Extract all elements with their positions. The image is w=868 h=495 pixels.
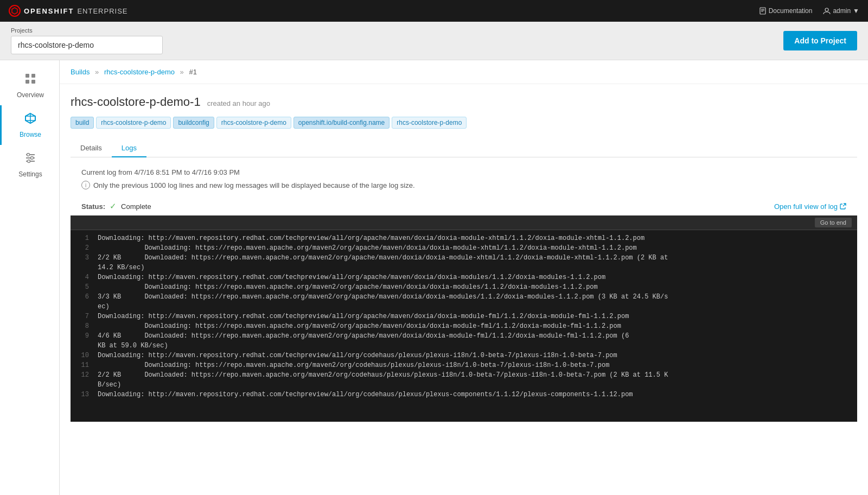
line-number: 1 (71, 233, 98, 243)
browse-icon (24, 112, 37, 128)
status-label: Status: (81, 202, 105, 211)
line-content: 3/3 KB Downloaded: https://repo.maven.ap… (98, 292, 857, 312)
tab-logs[interactable]: Logs (112, 139, 146, 157)
line-number: 12 (71, 370, 98, 390)
log-toolbar: Go to end (71, 215, 857, 230)
line-content: 4/6 KB Downloaded: https://repo.maven.ap… (98, 331, 857, 351)
tag-buildconfig-label: buildconfig (173, 117, 214, 129)
tab-details[interactable]: Details (71, 139, 112, 157)
log-line: 4Downloading: http://maven.repository.re… (71, 272, 857, 282)
user-menu[interactable]: admin ▼ (823, 7, 859, 15)
logo-enterprise-text: ENTERPRISE (77, 7, 127, 15)
project-select-wrapper: rhcs-coolstore-p-demo (11, 36, 163, 54)
project-bar: Projects rhcs-coolstore-p-demo Add to Pr… (0, 22, 868, 60)
go-to-end-button[interactable]: Go to end (815, 218, 852, 227)
tab-details-label: Details (80, 144, 102, 152)
line-number: 5 (71, 282, 98, 292)
documentation-label: Documentation (769, 7, 813, 15)
tab-logs-label: Logs (122, 144, 137, 152)
tabs: Details Logs (71, 139, 857, 157)
log-time: Current log from 4/7/16 8:51 PM to 4/7/1… (81, 168, 846, 176)
line-number: 10 (71, 351, 98, 360)
log-warning-text: Only the previous 1000 log lines and new… (93, 181, 415, 189)
line-number: 7 (71, 312, 98, 321)
line-content: Downloading: http://maven.repository.red… (98, 351, 857, 360)
project-select-area: Projects rhcs-coolstore-p-demo (11, 27, 163, 54)
sidebar-item-settings[interactable]: Settings (0, 145, 59, 185)
documentation-link[interactable]: Documentation (759, 7, 813, 15)
user-icon (823, 7, 831, 15)
svg-point-18 (31, 157, 34, 160)
log-line: 32/2 KB Downloaded: https://repo.maven.a… (71, 253, 857, 272)
line-number: 11 (71, 360, 98, 370)
tag-build-value: rhcs-coolstore-p-demo (96, 117, 171, 129)
breadcrumb-builds-link[interactable]: Builds (71, 68, 90, 76)
line-content: Downloading: https://repo.maven.apache.o… (98, 321, 857, 331)
sidebar-item-overview[interactable]: Overview (0, 66, 59, 105)
log-line: 7Downloading: http://maven.repository.re… (71, 312, 857, 321)
external-link-icon (840, 203, 846, 210)
content-area: Builds » rhcs-coolstore-p-demo » #1 rhcs… (60, 60, 868, 495)
status-row: Status: ✓ Complete Open full view of log (71, 201, 857, 215)
sidebar: Overview Browse (0, 60, 60, 495)
log-info: Current log from 4/7/16 8:51 PM to 4/7/1… (71, 168, 857, 201)
breadcrumb-build-num: #1 (189, 68, 196, 76)
build-title: rhcs-coolstore-p-demo-1 (71, 95, 201, 109)
build-subtitle: created an hour ago (207, 99, 270, 107)
check-icon: ✓ (110, 201, 117, 211)
line-content: Downloading: https://repo.maven.apache.o… (98, 282, 857, 292)
log-warning: i Only the previous 1000 log lines and n… (81, 181, 846, 189)
line-number: 13 (71, 390, 98, 399)
tag-build-label: build (71, 117, 94, 129)
build-tags: build rhcs-coolstore-p-demo buildconfig … (71, 117, 857, 129)
overview-icon (24, 72, 37, 88)
svg-rect-6 (25, 74, 29, 78)
log-line: 1Downloading: http://maven.repository.re… (71, 233, 857, 243)
open-full-view-link[interactable]: Open full view of log (774, 202, 846, 211)
open-full-view-label: Open full view of log (774, 202, 838, 211)
line-number: 2 (71, 243, 98, 253)
sidebar-settings-label: Settings (18, 170, 42, 178)
log-lines: 1Downloading: http://maven.repository.re… (71, 230, 857, 403)
line-content: 2/2 KB Downloaded: https://repo.maven.ap… (98, 370, 857, 390)
tag-buildconfigname-value: rhcs-coolstore-p-demo (392, 117, 467, 129)
settings-sliders-icon (24, 151, 37, 164)
user-dropdown-icon: ▼ (853, 7, 859, 15)
svg-point-0 (9, 5, 20, 16)
log-line: 13Downloading: http://maven.repository.r… (71, 390, 857, 399)
log-line: 122/2 KB Downloaded: https://repo.maven.… (71, 370, 857, 390)
settings-icon (24, 151, 37, 167)
openshift-logo: OPENSHIFT ENTERPRISE (9, 5, 127, 17)
sidebar-item-browse[interactable]: Browse (0, 105, 59, 145)
line-number: 4 (71, 272, 98, 282)
overview-grid-icon (24, 72, 37, 85)
breadcrumb-project-link[interactable]: rhcs-coolstore-p-demo (104, 68, 175, 76)
log-line: 11 Downloading: https://repo.maven.apach… (71, 360, 857, 370)
line-content: 2/2 KB Downloaded: https://repo.maven.ap… (98, 253, 857, 272)
tag-buildconfigname-label: openshift.io/build-config.name (293, 117, 390, 129)
browse-cube-icon (24, 112, 37, 125)
line-content: Downloading: http://maven.repository.red… (98, 312, 857, 321)
log-line: 5 Downloading: https://repo.maven.apache… (71, 282, 857, 292)
info-icon: i (81, 181, 90, 189)
project-select[interactable]: rhcs-coolstore-p-demo (11, 36, 163, 54)
svg-rect-7 (31, 74, 35, 78)
topbar-right: Documentation admin ▼ (759, 7, 859, 15)
logo-openshift-text: OPENSHIFT (24, 7, 74, 15)
svg-point-5 (825, 8, 828, 11)
line-content: Downloading: http://maven.repository.red… (98, 390, 857, 399)
breadcrumb-sep-1: » (95, 68, 99, 76)
build-detail: rhcs-coolstore-p-demo-1 created an hour … (60, 84, 868, 433)
logo-area: OPENSHIFT ENTERPRISE (9, 5, 127, 17)
line-number: 8 (71, 321, 98, 331)
add-to-project-button[interactable]: Add to Project (783, 31, 857, 50)
line-number: 9 (71, 331, 98, 351)
line-number: 3 (71, 253, 98, 272)
doc-icon (759, 7, 767, 15)
svg-point-17 (27, 154, 30, 156)
status-left: Status: ✓ Complete (81, 201, 151, 211)
breadcrumb: Builds » rhcs-coolstore-p-demo » #1 (60, 60, 868, 84)
svg-rect-9 (31, 80, 35, 84)
build-title-row: rhcs-coolstore-p-demo-1 created an hour … (71, 95, 857, 109)
log-line: 63/3 KB Downloaded: https://repo.maven.a… (71, 292, 857, 312)
